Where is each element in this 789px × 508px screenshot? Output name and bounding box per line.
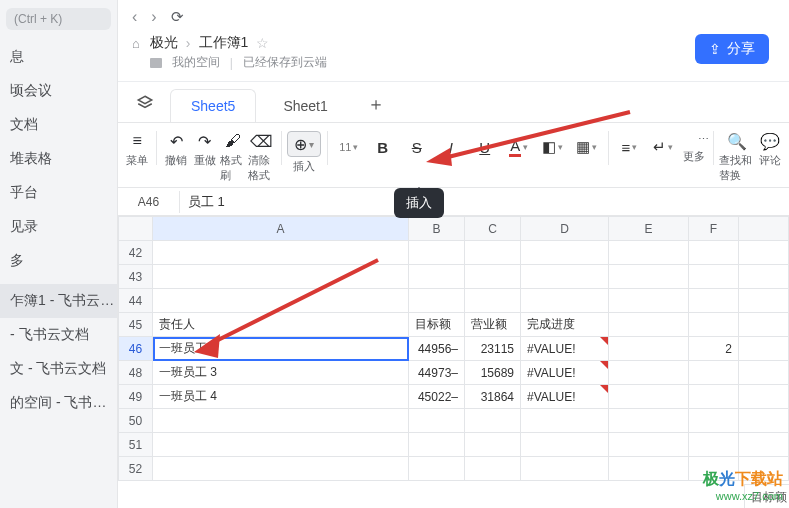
select-all-corner[interactable] xyxy=(119,217,153,241)
row-header[interactable]: 46 xyxy=(119,337,153,361)
cell[interactable]: 31864 xyxy=(465,385,521,409)
col-header[interactable]: E xyxy=(609,217,689,241)
row-header[interactable]: 44 xyxy=(119,289,153,313)
find-replace-button[interactable]: 🔍查找和替换 xyxy=(719,129,754,185)
cell[interactable]: 一班员工 4 xyxy=(153,385,409,409)
nav-back-icon[interactable]: ‹ xyxy=(132,8,137,26)
cell[interactable]: 一班员工 3 xyxy=(153,361,409,385)
home-icon[interactable]: ⌂ xyxy=(132,36,140,51)
col-header[interactable] xyxy=(739,217,789,241)
row-header[interactable]: 50 xyxy=(119,409,153,433)
cell[interactable]: 15689 xyxy=(465,361,521,385)
font-size-button[interactable]: 11▾ xyxy=(334,135,364,159)
cell[interactable]: 45022– xyxy=(409,385,465,409)
row-header[interactable]: 48 xyxy=(119,361,153,385)
save-status: 已经保存到云端 xyxy=(243,54,327,71)
watermark: 极光下载站 www.xz7.com xyxy=(703,469,783,502)
chevron-down-icon: ▾ xyxy=(309,139,314,150)
sidebar-item[interactable]: 顷会议 xyxy=(0,74,117,108)
space-name[interactable]: 我的空间 xyxy=(172,54,220,71)
cell[interactable]: 2 xyxy=(689,337,739,361)
plus-circle-icon: ⊕ xyxy=(294,134,307,154)
breadcrumb-root[interactable]: 极光 xyxy=(150,34,178,52)
cell[interactable]: 营业额 xyxy=(465,313,521,337)
sidebar-item[interactable]: 息 xyxy=(0,40,117,74)
cell-error[interactable]: #VALUE! xyxy=(521,385,609,409)
clear-format-button[interactable]: ⌫清除格式 xyxy=(248,129,274,185)
bold-button[interactable]: B xyxy=(368,135,398,159)
border-icon: ▦ xyxy=(576,138,590,156)
strike-button[interactable]: S xyxy=(402,135,432,159)
align-icon: ≡ xyxy=(621,139,630,156)
sidebar-item[interactable]: 堆表格 xyxy=(0,142,117,176)
nav-forward-icon[interactable]: › xyxy=(151,8,156,26)
sidebar-item[interactable]: - 飞书云文档 xyxy=(0,318,117,352)
menu-button[interactable]: ≡菜单 xyxy=(124,129,150,170)
cell[interactable]: 23115 xyxy=(465,337,521,361)
italic-button[interactable]: I xyxy=(436,135,466,159)
cell[interactable]: 44973– xyxy=(409,361,465,385)
search-box[interactable]: (Ctrl + K) xyxy=(6,8,111,30)
row-header[interactable]: 49 xyxy=(119,385,153,409)
name-box[interactable]: A46 xyxy=(118,191,180,213)
add-sheet-button[interactable]: ＋ xyxy=(355,86,397,122)
breadcrumb-doc[interactable]: 工作簿1 xyxy=(199,34,249,52)
sidebar-item[interactable]: 多 xyxy=(0,244,117,278)
formula-input[interactable]: 员工 1 xyxy=(180,189,789,215)
col-header[interactable]: F xyxy=(689,217,739,241)
cell-error[interactable]: #VALUE! xyxy=(521,337,609,361)
undo-button[interactable]: ↶撤销 xyxy=(163,129,189,170)
sidebar-item[interactable]: 见录 xyxy=(0,210,117,244)
comment-icon: 💬 xyxy=(760,131,780,151)
insert-tooltip: 插入 xyxy=(394,188,444,218)
cell-error[interactable]: #VALUE! xyxy=(521,361,609,385)
row-header[interactable]: 42 xyxy=(119,241,153,265)
tab-sheet5[interactable]: Sheet5 xyxy=(170,89,256,122)
paint-bucket-icon: ◧ xyxy=(542,138,556,156)
border-button[interactable]: ▦▾ xyxy=(572,135,602,159)
chevron-right-icon: › xyxy=(186,35,191,51)
fill-color-button[interactable]: ◧▾ xyxy=(538,135,568,159)
cell[interactable]: 44956– xyxy=(409,337,465,361)
col-header[interactable]: C xyxy=(465,217,521,241)
breadcrumb: 极光 › 工作簿1 ☆ xyxy=(150,34,685,52)
more-button[interactable]: ⋯更多 xyxy=(680,129,706,164)
underline-button[interactable]: U xyxy=(470,135,500,159)
sidebar-item[interactable]: 文 - 飞书云文档 xyxy=(0,352,117,386)
layers-icon[interactable] xyxy=(126,88,164,121)
share-button[interactable]: ⇪ 分享 xyxy=(695,34,769,64)
col-header[interactable]: D xyxy=(521,217,609,241)
sidebar-item[interactable]: 乎台 xyxy=(0,176,117,210)
formula-bar: A46 员工 1 xyxy=(118,188,789,216)
folder-icon xyxy=(150,58,162,68)
tab-sheet1[interactable]: Sheet1 xyxy=(262,89,348,122)
row-header[interactable]: 43 xyxy=(119,265,153,289)
row-header[interactable]: 52 xyxy=(119,457,153,481)
cell[interactable]: 目标额 xyxy=(409,313,465,337)
align-button[interactable]: ≡▾ xyxy=(614,135,644,159)
toolbar: ≡菜单 ↶撤销 ↷重做 🖌格式刷 ⌫清除格式 ⊕▾ 插入 11▾ B S I U… xyxy=(118,123,789,188)
cell[interactable]: 完成进度 xyxy=(521,313,609,337)
font-color-button[interactable]: A▾ xyxy=(504,135,534,159)
refresh-icon[interactable]: ⟳ xyxy=(171,8,184,26)
star-icon[interactable]: ☆ xyxy=(256,35,269,51)
sidebar-item[interactable]: 的空间 - 飞书… xyxy=(0,386,117,420)
top-nav: ‹ › ⟳ xyxy=(118,0,789,34)
sheet-tab-bar: Sheet5 Sheet1 ＋ xyxy=(118,82,789,123)
row-header[interactable]: 51 xyxy=(119,433,153,457)
col-header[interactable]: A xyxy=(153,217,409,241)
cell[interactable]: 责任人 xyxy=(153,313,409,337)
wrap-button[interactable]: ↵▾ xyxy=(648,135,678,159)
sidebar-item-active[interactable]: 乍簿1 - 飞书云… xyxy=(0,284,117,318)
format-painter-button[interactable]: 🖌格式刷 xyxy=(220,129,246,185)
redo-button[interactable]: ↷重做 xyxy=(191,129,217,170)
sidebar-item[interactable]: 文档 xyxy=(0,108,117,142)
share-icon: ⇪ xyxy=(709,41,721,57)
active-cell[interactable]: 一班员工 1 xyxy=(153,337,409,361)
row-header[interactable]: 45 xyxy=(119,313,153,337)
insert-button[interactable]: ⊕▾ 插入 xyxy=(287,129,321,176)
col-header[interactable]: B xyxy=(409,217,465,241)
comment-button[interactable]: 💬评论 xyxy=(757,129,783,170)
wrap-icon: ↵ xyxy=(653,138,666,156)
spreadsheet-grid[interactable]: A B C D E F 42 43 44 45 责任人 目标额 xyxy=(118,216,789,481)
